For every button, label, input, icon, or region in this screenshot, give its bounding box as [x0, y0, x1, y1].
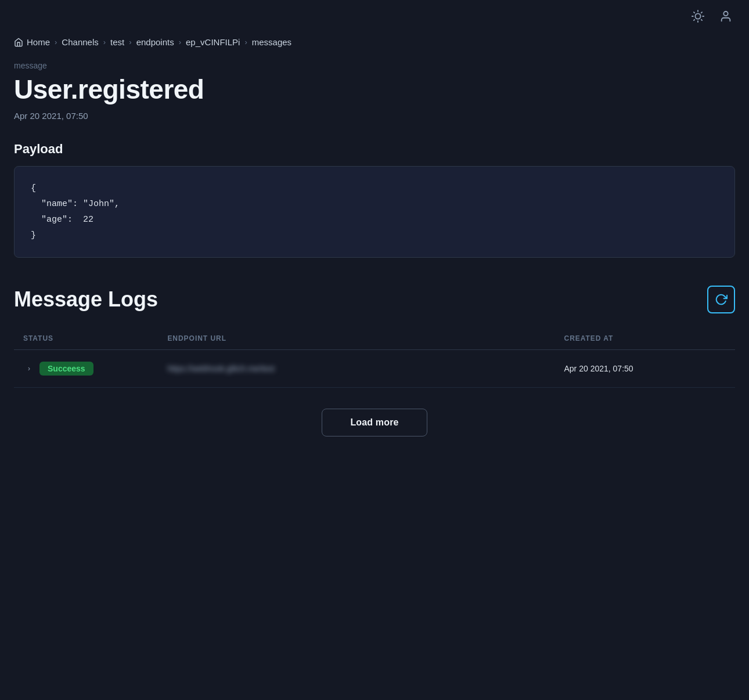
svg-line-4 [701, 20, 702, 20]
payload-content: { "name": "John", "age": 22 } [31, 181, 718, 243]
row-expander-icon[interactable]: › [23, 363, 35, 374]
breadcrumb-sep-1: › [55, 38, 57, 46]
breadcrumb-item-channels[interactable]: Channels [62, 37, 98, 47]
created-at-cell: Apr 20 2021, 07:50 [555, 350, 736, 388]
logs-header: Message Logs [14, 286, 735, 313]
svg-line-3 [694, 12, 694, 13]
top-bar [0, 0, 749, 33]
table-row: › Succeess https://webhook.glitch.me/tes… [14, 350, 735, 388]
logs-section-title: Message Logs [14, 287, 158, 312]
breadcrumb-item-home[interactable]: Home [27, 37, 50, 47]
svg-line-7 [694, 20, 694, 20]
breadcrumb-sep-3: › [129, 38, 131, 46]
refresh-button[interactable] [707, 286, 735, 313]
endpoint-url-cell: https://webhook.glitch.me/test [158, 350, 554, 388]
breadcrumb-item-endpoints[interactable]: endpoints [136, 37, 174, 47]
theme-toggle-icon[interactable] [689, 7, 707, 26]
table-body: › Succeess https://webhook.glitch.me/tes… [14, 350, 735, 388]
load-more-button[interactable]: Load more [322, 409, 427, 436]
payload-box: { "name": "John", "age": 22 } [14, 166, 735, 258]
breadcrumb-home[interactable]: Home [14, 37, 50, 47]
user-profile-icon[interactable] [716, 7, 735, 26]
endpoint-url: https://webhook.glitch.me/test [167, 364, 274, 373]
svg-point-0 [695, 13, 700, 19]
breadcrumb: Home › Channels › test › endpoints › ep_… [0, 33, 749, 52]
status-badge: Succeess [39, 362, 93, 376]
page-date: Apr 20 2021, 07:50 [14, 111, 735, 121]
load-more-container: Load more [14, 388, 735, 450]
breadcrumb-sep-2: › [103, 38, 106, 46]
table-header: STATUS ENDPOINT URL CREATED AT [14, 327, 735, 350]
status-cell: › Succeess [14, 350, 158, 388]
col-header-status: STATUS [14, 327, 158, 350]
breadcrumb-item-test[interactable]: test [110, 37, 124, 47]
svg-line-8 [701, 12, 702, 13]
payload-section-title: Payload [14, 142, 735, 157]
svg-point-9 [723, 12, 728, 16]
breadcrumb-sep-4: › [179, 38, 181, 46]
col-header-created-at: CREATED AT [555, 327, 736, 350]
col-header-endpoint: ENDPOINT URL [158, 327, 554, 350]
logs-table: STATUS ENDPOINT URL CREATED AT › Succees… [14, 327, 735, 388]
breadcrumb-item-messages[interactable]: messages [252, 37, 291, 47]
breadcrumb-sep-5: › [244, 38, 247, 46]
page-content: message User.registered Apr 20 2021, 07:… [0, 52, 749, 474]
page-title: User.registered [14, 74, 735, 105]
page-label: message [14, 61, 735, 70]
created-at-value: Apr 20 2021, 07:50 [564, 364, 633, 373]
breadcrumb-item-ep[interactable]: ep_vCINFILPi [186, 37, 240, 47]
